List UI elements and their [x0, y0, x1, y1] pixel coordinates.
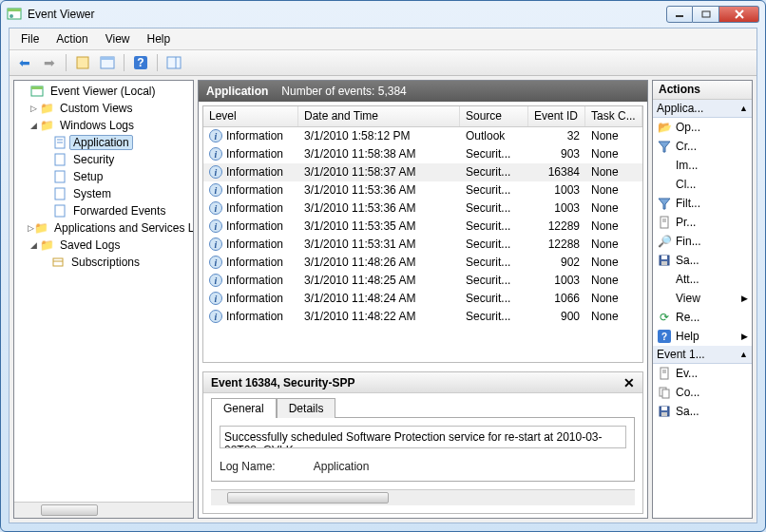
minimize-button[interactable]: [666, 6, 693, 23]
menu-file[interactable]: File: [13, 30, 47, 48]
tree[interactable]: Event Viewer (Local) ▷ 📁 Custom Views ◢ …: [14, 81, 193, 502]
event-grid: Level Date and Time Source Event ID Task…: [202, 105, 643, 363]
maximize-button[interactable]: [693, 6, 719, 23]
actions-section-event[interactable]: Event 1...▲: [653, 346, 752, 364]
svg-rect-10: [167, 57, 181, 68]
table-row[interactable]: iInformation3/1/2010 11:53:35 AMSecurit.…: [203, 218, 642, 236]
table-row[interactable]: iInformation3/1/2010 11:53:36 AMSecurit.…: [203, 200, 642, 218]
panel-button[interactable]: [163, 52, 185, 73]
action-item[interactable]: View▶: [653, 289, 752, 308]
svg-rect-38: [661, 412, 667, 416]
col-source[interactable]: Source: [460, 106, 528, 126]
folder-icon: 📁: [39, 238, 54, 253]
app-window: Event Viewer File Action View Help ⬅ ➡ ?: [0, 0, 766, 532]
action-item[interactable]: Pr...: [653, 213, 752, 232]
page-icon: [657, 215, 672, 230]
blank-icon: [657, 291, 672, 306]
page-icon: [657, 366, 672, 381]
show-tree-button[interactable]: [71, 52, 94, 73]
funnel-icon: [657, 139, 672, 154]
titlebar[interactable]: Event Viewer: [1, 1, 765, 28]
table-row[interactable]: iInformation3/1/2010 11:48:24 AMSecurit.…: [203, 290, 642, 308]
action-item[interactable]: Cl...: [653, 175, 752, 194]
blank-icon: [657, 272, 672, 287]
action-item[interactable]: Sa...: [653, 251, 752, 270]
action-item[interactable]: ?Help▶: [653, 327, 752, 346]
action-item[interactable]: Att...: [653, 270, 752, 289]
app-icon: [7, 7, 22, 22]
tree-hscroll[interactable]: [14, 502, 193, 518]
action-item[interactable]: Co...: [653, 383, 752, 402]
action-item[interactable]: 🔎Fin...: [653, 232, 752, 251]
tree-apps-services[interactable]: ▷ 📁 Applications and Services Lo: [16, 219, 191, 237]
table-row[interactable]: iInformation3/1/2010 11:53:31 AMSecurit.…: [203, 236, 642, 254]
action-item[interactable]: ⟳Re...: [653, 308, 752, 327]
info-icon: i: [209, 201, 222, 215]
find-icon: 🔎: [657, 234, 672, 249]
actions-header: Actions: [653, 81, 752, 100]
copy-icon: [657, 385, 672, 400]
svg-rect-25: [661, 217, 668, 228]
tree-system[interactable]: System: [16, 185, 191, 202]
info-icon: i: [209, 274, 222, 287]
table-row[interactable]: iInformation3/1/2010 11:58:37 AMSecurit.…: [203, 163, 642, 181]
log-icon: [52, 186, 67, 201]
save-icon: [657, 253, 672, 268]
tree-forwarded[interactable]: Forwarded Events: [16, 202, 191, 219]
col-eventid[interactable]: Event ID: [528, 106, 585, 126]
tree-subscriptions[interactable]: Subscriptions: [16, 254, 191, 271]
detail-close[interactable]: ✕: [623, 375, 635, 390]
tree-saved-logs[interactable]: ◢ 📁 Saved Logs: [16, 237, 191, 254]
subscriptions-icon: [50, 255, 66, 270]
tree-custom-views[interactable]: ▷ 📁 Custom Views: [16, 100, 191, 117]
tab-details[interactable]: Details: [277, 398, 336, 418]
table-row[interactable]: iInformation3/1/2010 11:48:22 AMSecurit.…: [203, 308, 642, 326]
help-button[interactable]: ?: [129, 52, 152, 73]
table-row[interactable]: iInformation3/1/2010 11:53:36 AMSecurit.…: [203, 181, 642, 200]
tree-windows-logs[interactable]: ◢ 📁 Windows Logs: [16, 117, 191, 134]
menu-help[interactable]: Help: [140, 30, 179, 48]
forward-button[interactable]: ➡: [38, 52, 61, 73]
action-item[interactable]: 📂Op...: [653, 118, 752, 137]
log-icon: [52, 152, 67, 167]
back-button[interactable]: ⬅: [13, 52, 36, 73]
table-row[interactable]: iInformation3/1/2010 11:48:25 AMSecurit.…: [203, 272, 642, 290]
svg-rect-29: [661, 256, 667, 259]
table-row[interactable]: iInformation3/1/2010 11:48:26 AMSecurit.…: [203, 254, 642, 272]
menu-view[interactable]: View: [98, 30, 138, 48]
menu-action[interactable]: Action: [48, 30, 95, 48]
info-icon: i: [209, 147, 222, 161]
svg-rect-1: [8, 9, 21, 11]
table-row[interactable]: iInformation3/1/2010 11:58:38 AMSecurit.…: [203, 145, 642, 163]
table-row[interactable]: iInformation3/1/2010 1:58:12 PMOutlook32…: [203, 127, 642, 145]
tree-application[interactable]: Application: [16, 134, 191, 151]
grid-body[interactable]: iInformation3/1/2010 1:58:12 PMOutlook32…: [203, 127, 642, 362]
col-date[interactable]: Date and Time: [298, 106, 460, 126]
log-icon: [52, 203, 67, 218]
blank-icon: [657, 177, 672, 192]
action-item[interactable]: Ev...: [653, 364, 752, 383]
action-item[interactable]: Filt...: [653, 194, 752, 213]
tree-security[interactable]: Security: [16, 151, 191, 168]
folder-icon: 📁: [34, 220, 48, 236]
properties-button[interactable]: [96, 52, 119, 73]
col-task[interactable]: Task C...: [585, 106, 642, 126]
action-item[interactable]: Sa...: [653, 402, 752, 421]
tree-setup[interactable]: Setup: [16, 168, 191, 185]
svg-rect-4: [702, 11, 710, 17]
actions-section-app[interactable]: Applica...▲: [653, 100, 752, 118]
eventviewer-icon: [29, 84, 45, 99]
tab-body: Successfully scheduled Software Protecti…: [211, 417, 635, 482]
grid-header[interactable]: Level Date and Time Source Event ID Task…: [203, 106, 642, 127]
tab-general[interactable]: General: [211, 398, 277, 418]
funnel-icon: [657, 196, 672, 211]
col-level[interactable]: Level: [203, 106, 298, 126]
tree-root[interactable]: Event Viewer (Local): [16, 83, 191, 100]
action-item[interactable]: Im...: [653, 156, 752, 175]
action-item[interactable]: Cr...: [653, 137, 752, 156]
info-icon: i: [209, 219, 222, 233]
detail-hscroll[interactable]: [211, 489, 635, 505]
svg-rect-7: [77, 57, 88, 68]
detail-title: Event 16384, Security-SPP: [211, 376, 354, 390]
close-button[interactable]: [719, 6, 759, 23]
